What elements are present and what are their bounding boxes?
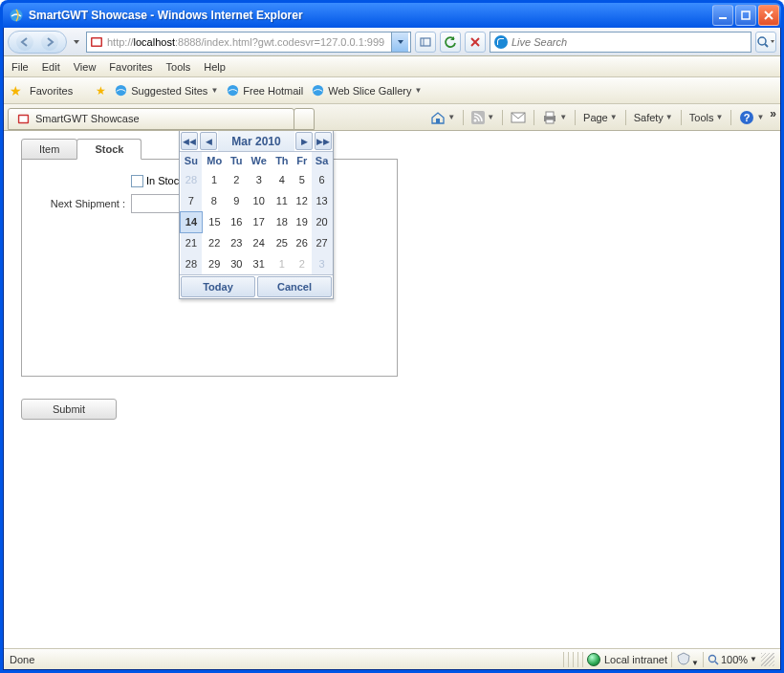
calendar-day[interactable]: 15 <box>202 211 227 232</box>
search-box[interactable] <box>490 32 751 53</box>
favorites-label[interactable]: Favorites <box>30 85 73 97</box>
calendar-dow: We <box>247 152 272 169</box>
calendar-day[interactable]: 26 <box>293 232 312 253</box>
calendar-day[interactable]: 18 <box>272 211 293 232</box>
tab-title: SmartGWT Showcase <box>35 113 140 124</box>
search-input[interactable] <box>512 36 747 48</box>
home-button[interactable]: ▼ <box>430 111 455 124</box>
favorites-star-icon[interactable]: ★ <box>10 83 22 98</box>
safety-menu[interactable]: Safety▼ <box>634 112 673 123</box>
calendar-day[interactable]: 2 <box>293 253 312 274</box>
calendar-day[interactable]: 10 <box>247 190 272 211</box>
calendar-day[interactable]: 2 <box>227 169 246 190</box>
inner-frame: http://localhost:8888/index.html?gwt.cod… <box>3 28 781 670</box>
minimize-button[interactable] <box>712 5 733 26</box>
calendar-day[interactable]: 24 <box>247 232 272 253</box>
calendar-day[interactable]: 25 <box>272 232 293 253</box>
menu-help[interactable]: Help <box>204 61 226 73</box>
calendar-day[interactable]: 29 <box>202 253 227 274</box>
safety-menu-label: Safety <box>634 112 664 123</box>
forward-button[interactable] <box>41 33 58 51</box>
calendar-day[interactable]: 1 <box>202 169 227 190</box>
calendar-title: Mar 2010 <box>218 131 294 151</box>
calendar-day[interactable]: 28 <box>181 169 203 190</box>
menu-edit[interactable]: Edit <box>42 61 60 73</box>
menu-view[interactable]: View <box>74 61 97 73</box>
page-menu[interactable]: Page▼ <box>583 112 618 123</box>
print-button[interactable]: ▼ <box>542 111 567 124</box>
back-button[interactable] <box>16 33 33 51</box>
maximize-button[interactable] <box>735 5 756 26</box>
calendar-day[interactable]: 11 <box>272 190 293 211</box>
calendar-day[interactable]: 6 <box>312 169 333 190</box>
stop-button[interactable] <box>465 32 486 53</box>
nav-history-dropdown[interactable] <box>71 38 82 46</box>
menu-tools[interactable]: Tools <box>166 61 191 73</box>
menu-favorites[interactable]: Favorites <box>109 61 152 73</box>
calendar-day[interactable]: 23 <box>227 232 246 253</box>
svg-rect-6 <box>93 38 101 45</box>
favorites-bar: ★ Favorites ★ Suggested Sites▼ Free Hotm… <box>4 77 780 104</box>
in-stock-checkbox[interactable] <box>131 175 143 187</box>
submit-button[interactable]: Submit <box>21 399 117 420</box>
calendar-day[interactable]: 8 <box>202 190 227 211</box>
calendar-day[interactable]: 31 <box>247 253 272 274</box>
calendar-day[interactable]: 1 <box>272 253 293 274</box>
calendar-day[interactable]: 4 <box>272 169 293 190</box>
today-button[interactable]: Today <box>181 276 255 297</box>
calendar-day[interactable]: 13 <box>312 190 333 211</box>
resize-gripper[interactable] <box>761 653 774 666</box>
prev-year-button[interactable]: ◀◀ <box>181 132 198 150</box>
svg-point-27 <box>708 655 715 662</box>
date-picker: ◀◀ ◀ Mar 2010 ▶ ▶▶ SuMoTuWeThFrSa 281234… <box>179 131 334 299</box>
calendar-day[interactable]: 27 <box>312 232 333 253</box>
calendar-day[interactable]: 12 <box>293 190 312 211</box>
calendar-day[interactable]: 9 <box>227 190 246 211</box>
read-mail-button[interactable] <box>511 112 526 123</box>
calendar-day[interactable]: 7 <box>181 190 203 211</box>
next-year-button[interactable]: ▶▶ <box>315 132 332 150</box>
overflow-button[interactable]: » <box>770 107 776 120</box>
site-favicon <box>89 34 104 50</box>
tab-item-label: Item <box>39 143 59 155</box>
zoom-control[interactable]: 100%▼ <box>708 654 757 665</box>
web-slice-gallery[interactable]: Web Slice Gallery▼ <box>311 83 422 98</box>
add-favorite-icon[interactable]: ★ <box>96 84 106 98</box>
help-button[interactable]: ?▼ <box>739 110 764 125</box>
calendar-day[interactable]: 5 <box>293 169 312 190</box>
search-button[interactable] <box>755 32 776 53</box>
next-month-button[interactable]: ▶ <box>295 132 313 150</box>
protected-mode-icon[interactable]: ▼ <box>676 652 699 667</box>
calendar-day[interactable]: 19 <box>293 211 312 232</box>
menu-file[interactable]: File <box>11 61 29 73</box>
calendar-day[interactable]: 17 <box>247 211 272 232</box>
calendar-day[interactable]: 28 <box>181 253 203 274</box>
next-shipment-label: Next Shipment : <box>30 198 125 209</box>
calendar-dow: Tu <box>227 152 246 169</box>
calendar-day[interactable]: 20 <box>312 211 333 232</box>
suggested-sites[interactable]: Suggested Sites▼ <box>114 83 218 98</box>
calendar-day[interactable]: 16 <box>227 211 246 232</box>
feeds-button[interactable]: ▼ <box>471 111 494 124</box>
calendar-day[interactable]: 21 <box>181 232 203 253</box>
calendar-day[interactable]: 3 <box>247 169 272 190</box>
close-button[interactable] <box>758 5 779 26</box>
address-dropdown[interactable] <box>391 33 408 52</box>
compat-view-button[interactable] <box>415 32 436 53</box>
prev-month-button[interactable]: ◀ <box>200 132 217 150</box>
cancel-button[interactable]: Cancel <box>257 276 332 297</box>
svg-rect-7 <box>421 38 430 46</box>
address-bar[interactable]: http://localhost:8888/index.html?gwt.cod… <box>86 32 411 53</box>
browser-tab[interactable]: SmartGWT Showcase <box>8 108 294 130</box>
calendar-day[interactable]: 22 <box>202 232 227 253</box>
calendar-day[interactable]: 14 <box>181 211 203 232</box>
tools-menu[interactable]: Tools▼ <box>689 112 724 123</box>
tools-menu-label: Tools <box>689 112 714 123</box>
tab-stock[interactable]: Stock <box>76 139 142 160</box>
free-hotmail[interactable]: Free Hotmail <box>226 83 303 98</box>
refresh-button[interactable] <box>440 32 461 53</box>
calendar-day[interactable]: 3 <box>312 253 333 274</box>
calendar-day[interactable]: 30 <box>227 253 246 274</box>
tab-item[interactable]: Item <box>21 139 77 160</box>
new-tab-button[interactable] <box>294 108 315 130</box>
